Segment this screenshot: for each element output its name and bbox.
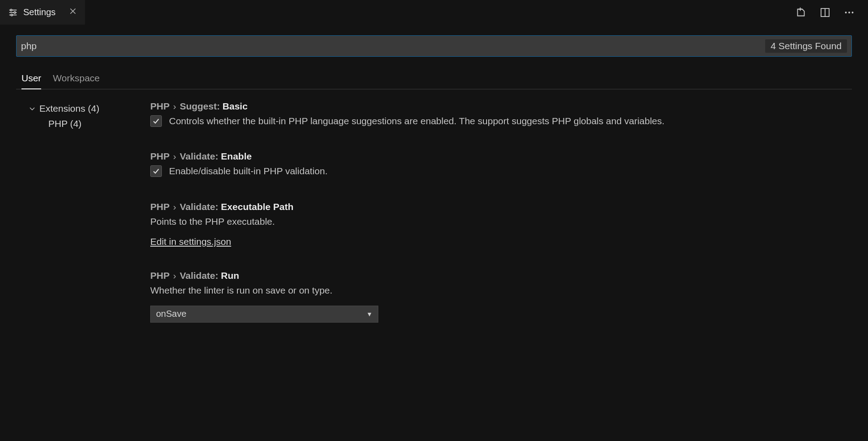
- setting-crumb: Validate:: [180, 270, 218, 281]
- settings-search-row: 4 Settings Found: [16, 35, 852, 57]
- tree-item-php[interactable]: PHP (4): [29, 116, 150, 131]
- checkbox-validate-enable[interactable]: [150, 165, 162, 177]
- tab-bar: Settings: [0, 0, 868, 25]
- split-editor-icon[interactable]: [819, 6, 831, 19]
- setting-crumb: PHP: [150, 270, 169, 281]
- scope-tab-user-label: User: [21, 73, 41, 83]
- settings-search-input[interactable]: [21, 41, 762, 51]
- setting-name: Executable Path: [221, 202, 293, 212]
- settings-tab-icon: [8, 8, 18, 17]
- scope-tab-user[interactable]: User: [21, 73, 41, 89]
- crumb-sep: ›: [172, 270, 177, 281]
- setting-crumb: PHP: [150, 101, 169, 111]
- settings-content: 4 Settings Found User Workspace Extensio…: [0, 25, 868, 346]
- scope-tab-workspace-label: Workspace: [53, 73, 100, 83]
- checkbox-suggest-basic[interactable]: [150, 115, 162, 127]
- setting-php-validate-enable: PHP › Validate: Enable Enable/disable bu…: [150, 151, 834, 178]
- setting-crumb: Suggest:: [180, 101, 220, 111]
- svg-point-4: [14, 12, 16, 13]
- svg-point-10: [845, 12, 847, 13]
- crumb-sep: ›: [172, 202, 177, 212]
- crumb-sep: ›: [172, 151, 177, 161]
- scope-tab-workspace[interactable]: Workspace: [53, 73, 100, 89]
- dropdown-validate-run[interactable]: onSave ▼: [150, 306, 378, 323]
- setting-desc: Whether the linter is run on save or on …: [150, 284, 834, 297]
- setting-php-suggest-basic: PHP › Suggest: Basic Controls whether th…: [150, 101, 834, 128]
- setting-crumb: PHP: [150, 202, 169, 212]
- tree-item-extensions[interactable]: Extensions (4): [29, 101, 150, 116]
- crumb-sep: ›: [172, 101, 177, 111]
- tab-settings[interactable]: Settings: [0, 0, 85, 25]
- tab-bar-spacer: [85, 0, 795, 25]
- svg-point-12: [852, 12, 854, 13]
- setting-name: Run: [221, 270, 239, 281]
- results-count-badge: 4 Settings Found: [765, 39, 847, 53]
- setting-name: Basic: [223, 101, 248, 111]
- setting-crumb: PHP: [150, 151, 169, 161]
- chevron-down-icon: ▼: [366, 311, 373, 318]
- setting-crumb: Validate:: [180, 202, 218, 212]
- tree-item-php-label: PHP (4): [48, 118, 81, 129]
- dropdown-value: onSave: [156, 309, 186, 319]
- settings-tree: Extensions (4) PHP (4): [16, 101, 150, 346]
- editor-actions: [795, 0, 868, 25]
- edit-in-settings-json-link[interactable]: Edit in settings.json: [150, 236, 231, 247]
- close-icon[interactable]: [69, 7, 77, 17]
- scope-tabs: User Workspace: [16, 73, 852, 89]
- setting-crumb: Validate:: [180, 151, 218, 161]
- setting-desc: Controls whether the built-in PHP langua…: [169, 114, 665, 128]
- setting-name: Enable: [221, 151, 252, 161]
- svg-point-5: [11, 14, 13, 16]
- setting-desc: Enable/disable built-in PHP validation.: [169, 164, 328, 178]
- chevron-down-icon: [29, 105, 37, 112]
- svg-point-3: [10, 9, 12, 11]
- tree-item-extensions-label: Extensions (4): [39, 103, 99, 114]
- svg-point-11: [848, 12, 850, 13]
- open-settings-json-icon[interactable]: [795, 6, 807, 19]
- setting-php-validate-run: PHP › Validate: Run Whether the linter i…: [150, 270, 834, 322]
- setting-php-validate-executablepath: PHP › Validate: Executable Path Points t…: [150, 202, 834, 247]
- settings-list: PHP › Suggest: Basic Controls whether th…: [150, 101, 852, 346]
- setting-desc: Points to the PHP executable.: [150, 215, 834, 228]
- more-actions-icon[interactable]: [843, 6, 855, 19]
- tab-settings-label: Settings: [23, 7, 55, 17]
